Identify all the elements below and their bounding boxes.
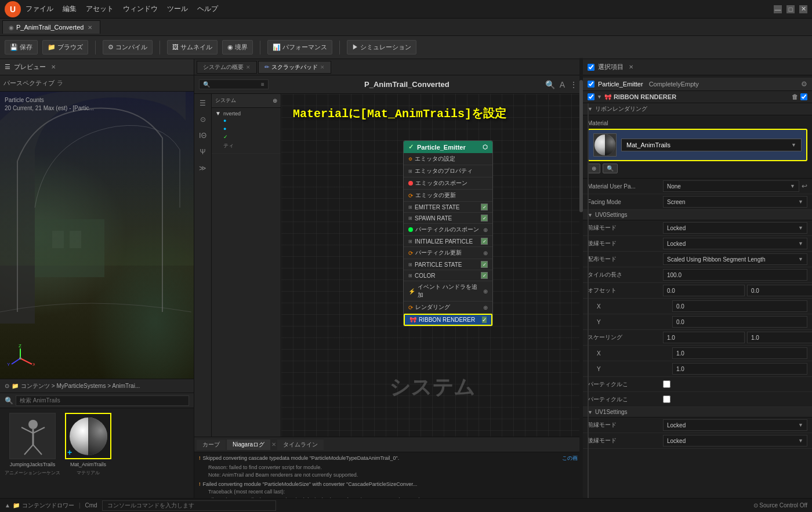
compile-button[interactable]: ⚙ コンパイル — [103, 40, 153, 55]
emitter-item-color[interactable]: ⊞ COLOR ✓ — [404, 270, 492, 281]
facing-mode-dropdown[interactable]: Screen ▼ — [663, 196, 807, 208]
scaling-x-field[interactable] — [672, 347, 807, 359]
emitter-item-particle-update[interactable]: ⟳ パーティクル更新 ⊕ — [404, 247, 492, 259]
emitter-list-converted[interactable]: ▼ nverted ● ● ✓ ティ — [212, 108, 281, 154]
emitter-item-event-handler[interactable]: ⚡ イベント ハンドラを追加 ⊕ — [404, 281, 492, 302]
view-mode-dropdown[interactable]: パースペクティブ — [3, 79, 55, 88]
uv0-subsection[interactable]: ▼ UV0Settings — [583, 210, 812, 220]
emitter-item-props[interactable]: ⊞ エミッタのプロパティ — [404, 165, 492, 177]
emitter-item-initialize[interactable]: ⊞ INITIALIZE PARTICLE ✓ — [404, 236, 492, 247]
browse-button[interactable]: 📁 ブラウズ — [42, 40, 88, 55]
menu-tools[interactable]: ツール — [167, 4, 188, 14]
simulation-button[interactable]: ▶ シミュレーション — [347, 40, 416, 55]
emitter-item-update[interactable]: ⟳ エミッタの更新 — [404, 190, 492, 202]
niagara-filter-icon[interactable]: ≡ — [261, 81, 264, 88]
emitter-subitem-3[interactable]: ✓ — [221, 133, 277, 141]
particle-1-check[interactable] — [663, 380, 670, 388]
thumbnail-button[interactable]: 🖼 サムネイル — [167, 40, 217, 55]
offset-y-field[interactable] — [672, 316, 807, 328]
emitter-item-particle-state[interactable]: ⊞ PARTICLE STATE ✓ — [404, 259, 492, 270]
uv1-front-dropdown[interactable]: Locked ▼ — [663, 419, 807, 431]
bounds-button[interactable]: ◉ 境界 — [222, 40, 253, 55]
emitter-list-icon[interactable]: ⊕ — [273, 97, 277, 104]
menu-file[interactable]: ファイル — [26, 4, 53, 14]
view-option-r[interactable]: ラ — [57, 79, 63, 88]
ribbon-check[interactable]: ✓ — [482, 317, 487, 323]
emitter-settings-gear-icon[interactable]: ⚙ — [801, 80, 807, 88]
tab-close-icon[interactable]: ✕ — [86, 23, 94, 31]
asset-jumping-jacks[interactable]: JumpingJacksTrails アニメーションシーケンス — [5, 413, 60, 507]
sidebar-system-icon[interactable]: ⊙ — [196, 112, 210, 126]
niagara-header-more-icon[interactable]: ⋮ — [570, 80, 578, 89]
offset-y-input[interactable] — [747, 285, 812, 296]
front-mode-dropdown[interactable]: Locked ▼ — [663, 222, 807, 234]
ribbon-enable-check[interactable] — [588, 93, 594, 100]
emitter-state-check[interactable]: ✓ — [481, 204, 488, 210]
uv1-subsection[interactable]: ▼ UV1Settings — [583, 407, 812, 417]
tab-scratch-pad[interactable]: ✏ スクラッチパッド ✕ — [258, 61, 331, 74]
delete-icon[interactable]: 🗑 — [792, 93, 798, 100]
properties-close-icon[interactable]: ✕ — [627, 63, 635, 71]
tab-overview-close[interactable]: ✕ — [246, 64, 251, 70]
asset-mat-animtrails[interactable]: + Mat_AnimTrails マテリアル — [65, 413, 111, 507]
breadcrumb-folder-icon[interactable]: 📁 — [12, 383, 19, 389]
save-button[interactable]: 💾 💾 保存保存 — [5, 40, 38, 55]
emitter-item-spawn[interactable]: エミッタのスポーン — [404, 177, 492, 190]
offset-x-field[interactable] — [672, 300, 807, 312]
tab-scratch-close[interactable]: ✕ — [320, 64, 325, 70]
tab-system-overview[interactable]: システムの概要 ✕ — [197, 61, 257, 74]
init-particle-check[interactable]: ✓ — [481, 238, 488, 245]
search-input[interactable] — [16, 395, 189, 406]
emitter-enable-check[interactable] — [588, 81, 594, 88]
spawn-rate-check[interactable]: ✓ — [481, 215, 488, 221]
scaling-x-input[interactable] — [663, 332, 745, 343]
dist-mode-dropdown[interactable]: Scaled Using Ribbon Segment Length ▼ — [663, 253, 807, 265]
ribbon-renderer-item[interactable]: 🎀 RIBBON RENDERER ✓ — [404, 314, 492, 326]
content-drawer-button[interactable]: ▲ 📁 コンテンツドロワー — [5, 502, 74, 510]
niagara-header-extra-icon[interactable]: A — [560, 80, 565, 89]
menu-asset[interactable]: アセット — [86, 4, 114, 14]
close-button[interactable]: ✕ — [799, 5, 807, 13]
minimize-button[interactable]: — — [774, 5, 782, 13]
sidebar-hamburger-icon[interactable]: ☰ — [196, 96, 210, 110]
source-control-status[interactable]: ⊙ Source Control Off — [753, 502, 807, 509]
console-input[interactable] — [102, 500, 276, 511]
sidebar-expand-icon[interactable]: ≫ — [196, 161, 210, 175]
uv1-back-dropdown[interactable]: Locked ▼ — [663, 435, 807, 446]
emitter-item-rendering[interactable]: ⟳ レンダリング ⊕ — [404, 302, 492, 314]
ribbon-renderer-section-header[interactable]: ▼ 🎀 RIBBON RENDERER 🗑 — [583, 91, 812, 103]
copy-button[interactable]: この画 — [562, 455, 578, 463]
scaling-y-field[interactable] — [672, 363, 807, 375]
maximize-button[interactable]: □ — [786, 5, 795, 13]
tile-length-input[interactable] — [663, 269, 807, 281]
emitter-subitem-1[interactable]: ● — [221, 117, 277, 125]
reset-icon[interactable]: ↩ — [802, 182, 807, 190]
color-check[interactable]: ✓ — [481, 272, 488, 279]
emitter-item-particle-spawn[interactable]: パーティクルのスポーン ⊕ — [404, 224, 492, 236]
breadcrumb-home-icon[interactable]: ⊙ — [5, 383, 9, 389]
emitter-card-check-icon[interactable]: ✓ — [408, 143, 414, 151]
hamburger-icon[interactable]: ☰ — [5, 63, 10, 71]
emitter-item-spawnrate[interactable]: ⊞ SPAWN RATE ✓ — [404, 213, 492, 224]
menu-edit[interactable]: 編集 — [63, 4, 77, 14]
menu-window[interactable]: ウィンドウ — [123, 4, 158, 14]
scaling-y-input[interactable] — [747, 332, 812, 343]
properties-visibility-check[interactable] — [588, 64, 594, 71]
niagara-header-search-icon[interactable]: 🔍 — [545, 80, 555, 89]
emitter-card-expand-icon[interactable]: ⬡ — [483, 144, 488, 150]
performance-button[interactable]: 📊 パフォーマンス — [267, 40, 332, 55]
niagara-search-bar[interactable]: 🔍 ≡ — [199, 79, 269, 89]
particle-2-check[interactable] — [663, 395, 670, 403]
material-add-icon[interactable]: ⊕ — [588, 164, 600, 173]
section-visible-check[interactable] — [800, 93, 807, 100]
niagara-search-input[interactable] — [212, 81, 259, 88]
particle-state-check[interactable]: ✓ — [481, 261, 488, 268]
log-tab-curve[interactable]: カーブ — [197, 440, 226, 450]
material-user-params-dropdown[interactable]: None ▼ — [663, 180, 799, 192]
back-mode-dropdown[interactable]: Locked ▼ — [663, 238, 807, 249]
material-search-icon[interactable]: 🔍 — [603, 164, 618, 173]
viewport-close-icon[interactable]: ✕ — [49, 63, 57, 71]
scroll-thumb[interactable] — [579, 80, 583, 212]
material-name-dropdown[interactable]: Mat_AnimTrails ▼ — [621, 139, 802, 151]
ribbon-rendering-subsection[interactable]: ▼ リボンレンダリング — [583, 103, 812, 115]
